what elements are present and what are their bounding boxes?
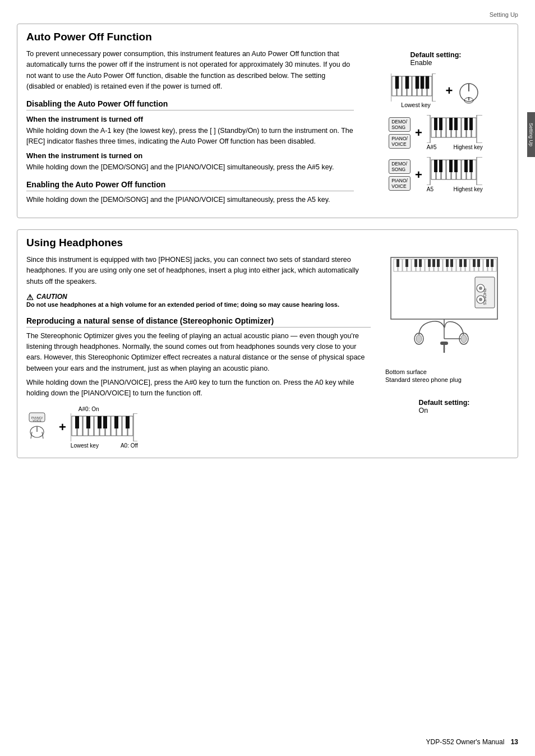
svg-rect-119 <box>428 259 431 267</box>
svg-rect-37 <box>464 118 468 130</box>
svg-rect-13 <box>426 76 429 89</box>
disabling-title: Disabling the Auto Power Off function <box>26 99 354 110</box>
svg-rect-85 <box>103 416 107 428</box>
page-number-area: YDP-S52 Owner's Manual 13 <box>426 738 518 746</box>
svg-rect-122 <box>446 259 449 267</box>
keyboard-svg-2 <box>427 115 483 143</box>
svg-rect-125 <box>464 259 467 267</box>
svg-rect-33 <box>434 118 437 130</box>
svg-point-133 <box>479 287 482 290</box>
svg-rect-142 <box>440 342 448 345</box>
page-number: 13 <box>511 738 518 746</box>
svg-point-141 <box>461 335 467 343</box>
page-header: Setting Up <box>17 11 518 18</box>
when-off-text: While holding down the A-1 key (the lowe… <box>26 126 354 147</box>
svg-rect-126 <box>473 259 476 267</box>
figure-lowest-key: Lowest key + <box>391 73 481 108</box>
svg-rect-118 <box>419 259 422 267</box>
lowest-key-label-1: Lowest key <box>401 102 431 108</box>
svg-rect-117 <box>414 259 417 267</box>
svg-rect-115 <box>396 259 399 267</box>
headphones-default-value: On <box>419 407 428 414</box>
buttons-diagram-2: DEMO/SONG PIANO/VOICE <box>389 159 411 191</box>
key-combo-3: DEMO/SONG PIANO/VOICE + <box>389 157 483 192</box>
power-svg <box>457 78 481 104</box>
bottom-surface-label: Bottom surface <box>385 368 503 375</box>
svg-rect-84 <box>98 416 102 428</box>
headphone-instrument-diagram: PHONES <box>385 255 503 383</box>
stereo-text-1: The Stereophonic Optimizer gives you the… <box>26 331 371 375</box>
auto-power-off-intro: To prevent unnecessary power consumption… <box>26 49 354 93</box>
highest-key-label-1: Highest key <box>454 144 483 150</box>
headphones-left: Since this instrument is equipped with t… <box>26 255 371 449</box>
stereo-text-2: While holding down the [PIANO/VOICE], pr… <box>26 377 371 399</box>
auto-power-off-content: To prevent unnecessary power consumption… <box>26 49 509 209</box>
lowest-key-diagram: Lowest key <box>391 73 441 108</box>
page-num-inner: YDP-S52 Owner's Manual 13 <box>426 738 518 746</box>
svg-rect-121 <box>437 259 440 267</box>
enabling-title: Enabling the Auto Power Off function <box>26 180 354 191</box>
svg-rect-35 <box>449 118 453 130</box>
svg-rect-116 <box>405 259 408 267</box>
a5-label: A5 <box>427 186 433 192</box>
svg-rect-55 <box>439 160 442 172</box>
svg-rect-86 <box>114 416 118 428</box>
when-on-text: While holding down the [DEMO/SONG] and t… <box>26 162 354 173</box>
default-value: Enable <box>411 59 432 67</box>
figure-a-sharp-5: DEMO/SONG PIANO/VOICE + <box>389 115 483 150</box>
manual-name: YDP-S52 Owner's Manual <box>426 738 505 746</box>
svg-point-139 <box>416 335 422 343</box>
svg-rect-57 <box>454 160 458 172</box>
svg-rect-36 <box>454 118 458 130</box>
headphone-diagram-svg: PHONES <box>385 255 503 367</box>
a-sharp-0-label: A#0: On <box>79 406 99 412</box>
keyboard-svg-4 <box>71 413 138 441</box>
svg-rect-128 <box>486 259 489 267</box>
svg-text:VOICE: VOICE <box>33 419 41 422</box>
default-setting: Default setting: Enable <box>411 51 462 67</box>
default-label: Default setting: <box>411 51 462 59</box>
high-key-diagram-1: A#5 Highest key <box>427 115 483 150</box>
keyboard-svg-1 <box>391 73 441 102</box>
power-button-diagram <box>457 78 481 104</box>
standard-stereo-text: Standard stereo phone plug <box>385 376 462 383</box>
auto-power-off-right: Default setting: Enable <box>363 49 509 209</box>
when-off-title: When the instrument is turned off <box>26 115 354 123</box>
svg-rect-56 <box>449 160 453 172</box>
plus-sign-2: + <box>415 126 422 140</box>
svg-rect-54 <box>434 160 437 172</box>
enabling-text: While holding down the [DEMO/SONG] and t… <box>26 195 354 205</box>
warning-triangle-icon: ⚠ <box>26 293 34 301</box>
tab-marker: Setting Up <box>527 112 535 157</box>
svg-rect-9 <box>395 76 399 89</box>
headphones-default-label: Default setting: <box>419 399 470 407</box>
a0-label: A0: Off <box>121 442 138 449</box>
auto-power-off-section: Auto Power Off Function To prevent unnec… <box>17 24 518 218</box>
svg-rect-123 <box>450 259 453 267</box>
svg-rect-83 <box>86 416 90 428</box>
using-headphones-section: Using Headphones Since this instrument i… <box>17 229 518 458</box>
caution-box: ⚠ CAUTION Do not use headphones at a hig… <box>26 293 371 309</box>
highest-key-label-2: Highest key <box>454 186 483 192</box>
headphones-content: Since this instrument is equipped with t… <box>26 255 509 449</box>
svg-rect-124 <box>459 259 462 267</box>
headphones-title: Using Headphones <box>26 237 509 249</box>
svg-rect-58 <box>464 160 468 172</box>
plus-sign-1: + <box>446 84 453 98</box>
buttons-diagram-1: DEMO/SONG PIANO/VOICE <box>389 117 411 149</box>
caution-title: ⚠ CAUTION <box>26 293 371 301</box>
svg-rect-11 <box>416 76 419 89</box>
svg-rect-87 <box>126 416 130 428</box>
svg-rect-12 <box>421 76 424 89</box>
high-key-diagram-2: A5 Highest key <box>427 157 483 192</box>
svg-rect-34 <box>439 118 442 130</box>
key-combo-2: DEMO/SONG PIANO/VOICE + <box>389 115 483 150</box>
svg-rect-10 <box>405 76 409 89</box>
headphones-intro: Since this instrument is equipped with t… <box>26 255 371 287</box>
standard-stereo-label: Standard stereo phone plug <box>385 376 503 383</box>
plus-sign-4: + <box>59 420 66 435</box>
figure-a5: DEMO/SONG PIANO/VOICE + <box>389 157 483 192</box>
auto-power-off-title: Auto Power Off Function <box>26 31 509 43</box>
caution-text: Do not use headphones at a high volume f… <box>26 301 371 309</box>
svg-point-135 <box>479 298 482 301</box>
